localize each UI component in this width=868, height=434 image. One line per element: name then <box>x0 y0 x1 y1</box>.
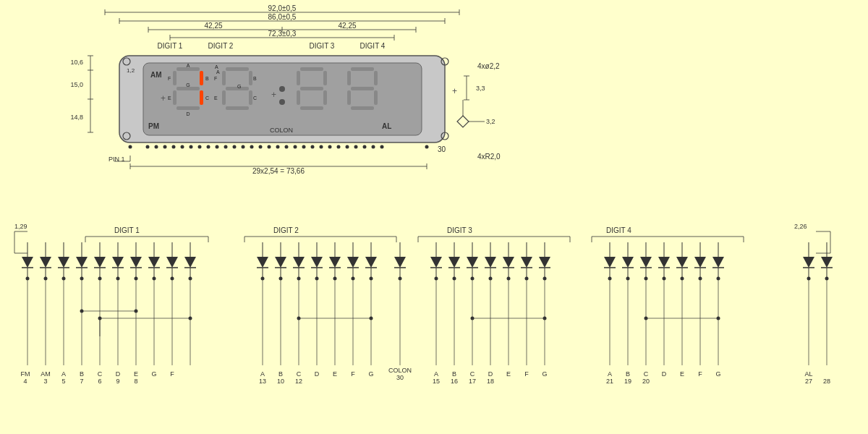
svg-text:3: 3 <box>43 378 47 385</box>
svg-point-96 <box>207 145 210 149</box>
svg-rect-78 <box>300 106 323 110</box>
svg-point-344 <box>98 317 102 320</box>
svg-text:A: A <box>61 370 66 378</box>
svg-text:DIGIT 2: DIGIT 2 <box>208 42 234 50</box>
svg-rect-44 <box>173 90 176 105</box>
svg-text:C: C <box>205 95 209 101</box>
svg-point-367 <box>471 317 475 320</box>
svg-point-116 <box>380 145 384 149</box>
svg-text:DIGIT 1: DIGIT 1 <box>114 226 140 234</box>
svg-text:7: 7 <box>80 378 83 385</box>
svg-rect-59 <box>249 90 252 105</box>
svg-text:+: + <box>161 93 166 103</box>
svg-text:D: D <box>186 111 190 116</box>
svg-point-97 <box>216 145 219 149</box>
svg-text:DIGIT 3: DIGIT 3 <box>447 226 472 234</box>
main-container: 92,0±0,5 86,0±0,5 42,25 72,3±0,3 42,25 D… <box>0 0 868 434</box>
svg-point-89 <box>146 145 150 149</box>
svg-text:DIGIT 4: DIGIT 4 <box>606 226 631 234</box>
svg-text:A: A <box>434 370 438 378</box>
svg-point-368 <box>543 317 547 320</box>
svg-text:1,29: 1,29 <box>14 223 27 230</box>
svg-rect-75 <box>300 87 323 90</box>
svg-rect-73 <box>297 71 300 85</box>
svg-rect-45 <box>200 90 203 105</box>
svg-text:5: 5 <box>61 378 65 385</box>
svg-text:D: D <box>662 370 667 378</box>
svg-point-345 <box>189 317 192 320</box>
svg-text:A: A <box>216 69 220 75</box>
svg-text:E: E <box>168 95 171 101</box>
svg-text:G: G <box>151 370 156 378</box>
svg-text:92,0±0,5: 92,0±0,5 <box>268 4 297 12</box>
svg-point-88 <box>129 145 132 149</box>
svg-text:4xR2,0: 4xR2,0 <box>477 153 501 161</box>
top-drawing-svg: 92,0±0,5 86,0±0,5 42,25 72,3±0,3 42,25 D… <box>36 4 557 203</box>
svg-text:FM: FM <box>21 370 30 378</box>
svg-rect-76 <box>297 90 300 105</box>
svg-rect-42 <box>200 71 203 85</box>
svg-point-112 <box>346 145 349 149</box>
svg-point-378 <box>717 317 720 320</box>
svg-rect-72 <box>300 67 323 71</box>
svg-text:21: 21 <box>606 378 613 385</box>
svg-point-99 <box>233 145 237 149</box>
svg-point-109 <box>320 145 323 149</box>
svg-text:E: E <box>333 370 337 378</box>
svg-text:G: G <box>237 84 241 89</box>
svg-text:10: 10 <box>277 378 284 385</box>
svg-text:30: 30 <box>396 374 404 381</box>
svg-text:PIN 1: PIN 1 <box>109 156 125 163</box>
svg-text:DIGIT 2: DIGIT 2 <box>273 226 299 234</box>
svg-rect-83 <box>347 90 351 105</box>
svg-text:G: G <box>186 82 190 88</box>
svg-text:A: A <box>215 64 218 69</box>
svg-point-348 <box>135 310 138 313</box>
svg-text:B: B <box>626 370 630 378</box>
svg-rect-25 <box>143 63 422 135</box>
svg-point-98 <box>224 145 228 149</box>
svg-text:12: 12 <box>295 378 302 385</box>
svg-text:2,26: 2,26 <box>794 223 807 230</box>
svg-text:A: A <box>260 370 265 378</box>
svg-text:B: B <box>80 370 84 378</box>
svg-text:F: F <box>170 370 174 378</box>
svg-text:16: 16 <box>451 378 458 385</box>
svg-text:AL: AL <box>804 370 812 378</box>
svg-text:D: D <box>315 370 320 378</box>
svg-text:3,2: 3,2 <box>486 118 495 125</box>
svg-text:C: C <box>253 95 257 101</box>
svg-rect-58 <box>222 90 226 105</box>
svg-rect-56 <box>249 71 252 85</box>
svg-point-105 <box>285 145 289 149</box>
svg-text:86,0±0,5: 86,0±0,5 <box>268 13 297 21</box>
svg-text:A: A <box>187 63 190 68</box>
svg-point-377 <box>644 317 648 320</box>
svg-point-103 <box>268 145 271 149</box>
svg-point-94 <box>190 145 193 149</box>
svg-rect-82 <box>351 87 374 90</box>
svg-rect-81 <box>374 71 378 85</box>
svg-point-93 <box>181 145 184 149</box>
svg-text:AL: AL <box>382 122 391 130</box>
svg-text:19: 19 <box>624 378 631 385</box>
svg-text:AM: AM <box>150 71 162 79</box>
svg-text:G: G <box>715 370 720 378</box>
svg-text:17: 17 <box>469 378 476 385</box>
svg-text:B: B <box>278 370 283 378</box>
svg-rect-74 <box>323 71 327 85</box>
svg-text:DIGIT 3: DIGIT 3 <box>310 42 335 50</box>
svg-text:D: D <box>488 370 493 378</box>
svg-point-111 <box>337 145 341 149</box>
svg-text:B: B <box>452 370 456 378</box>
svg-text:42,25: 42,25 <box>338 22 356 30</box>
circuit-diagram-svg: 1,29 2,26 DIGIT 1 DIGIT 2 DIGIT 3 DIGIT … <box>6 217 852 427</box>
svg-point-102 <box>259 145 263 149</box>
svg-rect-85 <box>351 106 374 110</box>
svg-text:C: C <box>98 370 103 378</box>
svg-point-104 <box>276 145 280 149</box>
svg-point-70 <box>279 99 285 105</box>
svg-point-91 <box>163 145 167 149</box>
svg-text:15,0: 15,0 <box>70 81 83 88</box>
svg-text:DIGIT 1: DIGIT 1 <box>158 42 183 50</box>
